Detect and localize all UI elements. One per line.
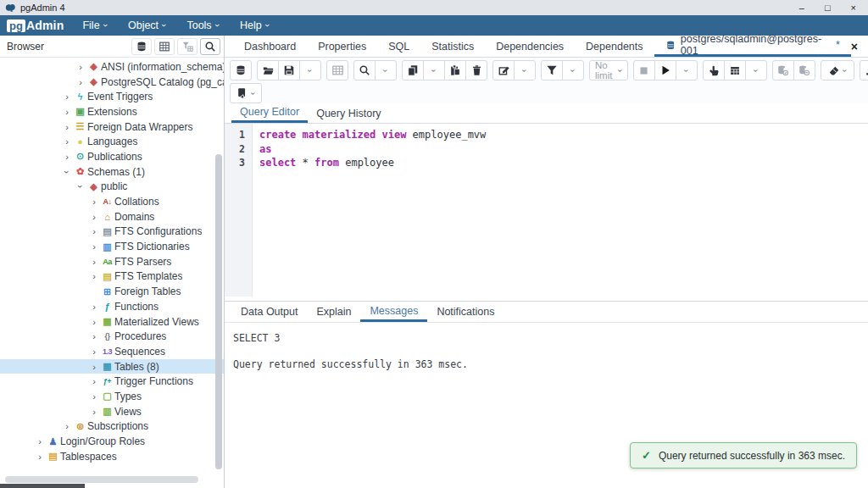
tree-item-fts-parsers[interactable]: ›AaFTS Parsers xyxy=(0,254,224,269)
save-options-chevron[interactable]: › xyxy=(299,60,321,80)
copy-button[interactable] xyxy=(402,60,424,80)
find-button[interactable] xyxy=(353,60,376,80)
tree-item-public[interactable]: ›◈public xyxy=(0,180,224,195)
expand-icon[interactable]: › xyxy=(61,122,73,132)
edit-options-chevron[interactable]: › xyxy=(514,60,536,80)
tab-query-tool-active[interactable]: postgres/sqladmin@postgres-001 * xyxy=(654,36,851,57)
tree-item-schemas-1[interactable]: ›✿Schemas (1) xyxy=(0,164,224,180)
expand-icon[interactable]: › xyxy=(61,107,73,117)
tree-item-collations[interactable]: ›A↓Collations xyxy=(0,194,224,209)
filter-options-chevron[interactable]: › xyxy=(562,60,584,80)
tree-item-postgresql-catalog-pg-catal[interactable]: ›◈PostgreSQL Catalog (pg_catal xyxy=(0,75,224,90)
tree-item-subscriptions[interactable]: ›⊚Subscriptions xyxy=(0,419,224,435)
find-options-chevron[interactable]: › xyxy=(375,60,397,80)
expand-icon[interactable]: › xyxy=(88,347,100,357)
rollback-button[interactable] xyxy=(793,60,815,80)
tree-item-tablespaces[interactable]: ›▤Tablespaces xyxy=(0,449,224,464)
save-file-button[interactable] xyxy=(278,60,300,80)
explain-options-chevron[interactable]: › xyxy=(745,60,767,80)
success-toast[interactable]: ✓ Query returned successfully in 363 mse… xyxy=(630,442,857,469)
expand-icon[interactable]: › xyxy=(88,271,100,281)
tree-item-functions[interactable]: ›ƒFunctions xyxy=(0,299,224,314)
menu-file[interactable]: File› xyxy=(82,19,106,31)
minimize-button[interactable]: – xyxy=(799,3,804,13)
tab-messages[interactable]: Messages xyxy=(360,302,427,322)
tab-notifications[interactable]: Notifications xyxy=(427,302,504,322)
tree-item-sequences[interactable]: ›1.3Sequences xyxy=(0,344,224,359)
tree-item-event-triggers[interactable]: ›ϟEvent Triggers xyxy=(0,89,224,104)
tree-item-extensions[interactable]: ›▣Extensions xyxy=(0,104,224,119)
tree-vertical-scrollbar[interactable] xyxy=(215,154,222,469)
explain-analyze-button[interactable] xyxy=(724,60,746,80)
tree-item-trigger-functions[interactable]: ›ƒ+Trigger Functions xyxy=(0,374,224,389)
tree-item-foreign-data-wrappers[interactable]: ›☰Foreign Data Wrappers xyxy=(0,119,224,135)
tree-item-postgres-002[interactable]: ›≣postgres-002 xyxy=(0,464,224,465)
tree-item-fts-templates[interactable]: ›▤FTS Templates xyxy=(0,269,224,285)
expand-icon[interactable]: › xyxy=(61,92,73,102)
tab-query-editor[interactable]: Query Editor xyxy=(231,103,308,123)
tree-item-fts-dictionaries[interactable]: ›▥FTS Dictionaries xyxy=(0,239,224,254)
expand-icon[interactable]: › xyxy=(88,302,100,312)
filter-button[interactable] xyxy=(541,60,563,80)
tab-query-history[interactable]: Query History xyxy=(308,103,389,123)
collapse-icon[interactable]: › xyxy=(75,180,86,192)
tab-properties[interactable]: Properties xyxy=(307,36,377,57)
query-tool-shortcut-button[interactable] xyxy=(131,38,152,55)
tab-explain[interactable]: Explain xyxy=(307,302,360,322)
expand-icon[interactable]: › xyxy=(88,257,100,267)
tree-item-views[interactable]: ›▥Views xyxy=(0,404,224,419)
close-window-button[interactable]: × xyxy=(851,3,856,13)
collapse-icon[interactable]: › xyxy=(62,166,72,178)
filtered-rows-button[interactable] xyxy=(177,38,198,55)
expand-icon[interactable]: › xyxy=(88,197,100,207)
row-limit-select[interactable]: No limit › xyxy=(589,60,628,80)
execute-options-chevron[interactable]: › xyxy=(676,60,698,80)
tab-dashboard[interactable]: Dashboard xyxy=(233,36,307,57)
download-button[interactable] xyxy=(860,60,868,80)
expand-icon[interactable]: › xyxy=(34,436,46,446)
execute-button[interactable] xyxy=(654,60,676,80)
explain-button[interactable] xyxy=(703,60,725,80)
tab-sql[interactable]: SQL xyxy=(377,36,420,57)
tree-item-procedures[interactable]: ›{}Procedures xyxy=(0,329,224,344)
expand-icon[interactable]: › xyxy=(88,362,100,372)
tab-dependents[interactable]: Dependents xyxy=(575,36,654,57)
stop-button[interactable] xyxy=(633,60,655,80)
tree-item-tables-8[interactable]: ›▦Tables (8) xyxy=(0,359,224,374)
tree-item-publications[interactable]: ›⊙Publications xyxy=(0,149,224,164)
tab-dependencies[interactable]: Dependencies xyxy=(485,36,575,57)
tree-item-ansi-information-schema[interactable]: ›◈ANSI (information_schema) xyxy=(0,59,224,75)
macro-button[interactable]: › xyxy=(230,83,262,103)
tree-item-types[interactable]: ›▢Types xyxy=(0,389,224,404)
query-tool-button[interactable] xyxy=(230,60,252,80)
tree-item-foreign-tables[interactable]: ›⊞Foreign Tables xyxy=(0,284,224,299)
tab-data-output[interactable]: Data Output xyxy=(231,302,307,322)
commit-button[interactable] xyxy=(772,60,794,80)
edit-button[interactable] xyxy=(492,60,515,80)
tree-item-login-group-roles[interactable]: ›♟Login/Group Roles xyxy=(0,434,224,449)
expand-icon[interactable]: › xyxy=(88,376,100,386)
expand-icon[interactable]: › xyxy=(88,317,100,327)
code-lines[interactable]: create materialized view employee_mvwass… xyxy=(253,124,486,297)
maximize-button[interactable]: □ xyxy=(825,3,831,13)
open-file-button[interactable] xyxy=(257,60,279,80)
expand-icon[interactable]: › xyxy=(61,136,73,147)
expand-icon[interactable]: › xyxy=(61,421,73,431)
menu-help[interactable]: Help› xyxy=(240,19,268,31)
tree-item-domains[interactable]: ›⌂Domains xyxy=(0,209,224,225)
delete-button[interactable] xyxy=(465,60,487,80)
view-data-button[interactable] xyxy=(154,38,175,55)
sql-editor[interactable]: 123 create materialized view employee_mv… xyxy=(225,124,868,297)
expand-icon[interactable]: › xyxy=(88,407,100,417)
expand-icon[interactable]: › xyxy=(88,241,100,252)
expand-icon[interactable]: › xyxy=(75,77,86,87)
close-tab-button[interactable]: × xyxy=(851,36,858,57)
tree-horizontal-scrollbar[interactable] xyxy=(5,476,198,483)
menu-tools[interactable]: Tools› xyxy=(186,19,218,31)
search-objects-button[interactable] xyxy=(200,38,220,55)
expand-icon[interactable]: › xyxy=(88,391,100,402)
expand-icon[interactable]: › xyxy=(75,62,86,72)
menu-object[interactable]: Object› xyxy=(128,19,164,31)
expand-icon[interactable]: › xyxy=(88,331,100,341)
clear-button[interactable]: › xyxy=(821,60,854,80)
